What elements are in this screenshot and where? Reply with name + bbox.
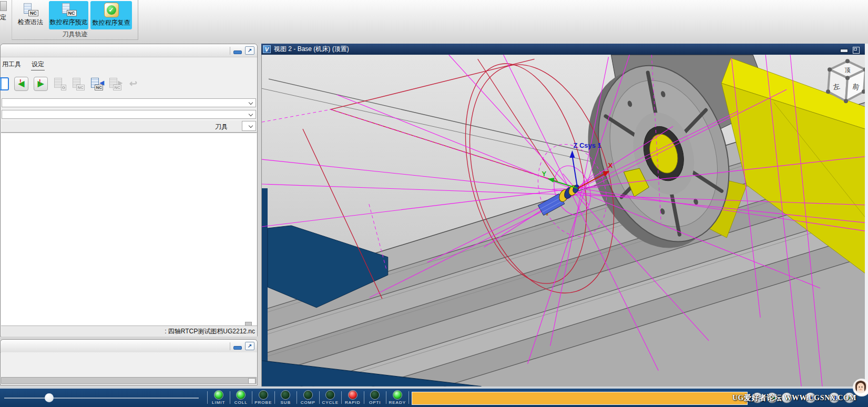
led-ready-light xyxy=(393,390,402,400)
nc-badge: NC xyxy=(67,10,77,16)
ribbon-group-toolpath: NC 检查语法 NC 数控程序预览 ✓ 数控程序复查 刀具轨迹 xyxy=(12,0,138,40)
axis-x-label: X xyxy=(608,161,612,169)
ribbon-group-label: 刀具轨迹 xyxy=(12,30,138,39)
popout-icon: ↗ xyxy=(248,343,252,349)
status-led-strip: LIMIT COLL PROBE SUB COMP CYCLE RAPID OP… xyxy=(207,390,409,406)
nc-preview-label: 数控程序预览 xyxy=(50,18,88,27)
led-comp-light xyxy=(303,390,313,400)
log-panel: ↗ xyxy=(0,339,258,385)
view2-titlebar[interactable]: V 视图 2 - Base (机床) (顶置) xyxy=(261,44,865,55)
led-ready-label: READY xyxy=(389,400,406,405)
vericut-logo-icon: V xyxy=(263,45,271,53)
g-badge: G xyxy=(61,85,66,90)
status-bar: LIMIT COLL PROBE SUB COMP CYCLE RAPID OP… xyxy=(0,389,868,407)
undo-glyph: ↩ xyxy=(129,78,137,89)
led-rapid-label: RAPID xyxy=(345,400,360,405)
avatar-girl-image xyxy=(854,380,867,393)
receive-nc-icon[interactable]: ◀! xyxy=(14,77,28,91)
log-panel-titlebar[interactable]: ↗ xyxy=(1,340,257,353)
nc-file-status: : 四轴RTCP测试图档UG2212.nc xyxy=(1,325,257,337)
panel-minimize-button[interactable] xyxy=(233,50,242,54)
led-comp: COMP xyxy=(297,390,319,406)
tool-combo[interactable] xyxy=(242,121,256,131)
speed-slider-track[interactable] xyxy=(4,398,199,399)
speed-slider-thumb[interactable] xyxy=(45,393,54,402)
logo-letter: V xyxy=(265,46,269,53)
led-ready: READY xyxy=(386,390,409,406)
led-probe-light xyxy=(259,390,268,400)
led-rapid-light xyxy=(348,390,358,400)
led-cycle-label: CYCLE xyxy=(322,400,339,405)
led-rapid: RAPID xyxy=(342,390,364,406)
panel-minimize-button[interactable] xyxy=(233,346,242,350)
check-syntax-button[interactable]: NC 检查语法 xyxy=(14,1,47,29)
led-coll-light xyxy=(236,390,246,400)
view-cube-top-label[interactable]: 顶 xyxy=(845,67,851,73)
panel-popout-button[interactable]: ↗ xyxy=(245,342,254,350)
nc-badge: NC xyxy=(28,10,38,16)
subsystem-combo[interactable] xyxy=(2,110,256,119)
forum-watermark: UG爱好者论坛 WWW.UGSNX.COM xyxy=(732,393,868,403)
view-maximize-button[interactable] xyxy=(853,47,860,54)
led-probe: PROBE xyxy=(252,390,274,406)
led-coll-label: COLL xyxy=(234,400,248,405)
vericut-app: 定 NC 检查语法 NC 数控程序预览 ✓ 数控程 xyxy=(0,0,868,407)
log-content[interactable] xyxy=(1,352,257,378)
undo-icon[interactable]: ↩ xyxy=(127,77,140,90)
titlebar-separator xyxy=(230,47,230,55)
axis-y-label: Y xyxy=(542,170,547,178)
scrollbar-thumb[interactable] xyxy=(248,378,256,384)
chevron-down-icon xyxy=(249,100,253,105)
led-opti-label: OPTI xyxy=(369,400,381,405)
view-minimize-button[interactable] xyxy=(840,49,848,53)
nc-preview-button[interactable]: NC 数控程序预览 xyxy=(49,1,88,29)
nc-review-button[interactable]: ✓ 数控程序复查 xyxy=(90,1,132,29)
led-cycle: CYCLE xyxy=(320,390,342,406)
nc-program-panel-titlebar[interactable]: ↗ xyxy=(1,44,257,57)
send-nc-icon[interactable]: ▶! xyxy=(34,77,48,91)
log-horizontal-scrollbar[interactable] xyxy=(1,377,257,384)
menu-item-tools[interactable]: 用工具 xyxy=(2,59,22,70)
tool-label: 刀具 xyxy=(215,123,228,131)
nc-program-editor[interactable] xyxy=(1,133,257,326)
view2-window: V 视图 2 - Base (机床) (顶置) xyxy=(261,44,865,386)
nc-program-combo[interactable] xyxy=(2,98,256,107)
chevron-down-icon xyxy=(249,112,253,117)
led-limit-label: LIMIT xyxy=(212,400,225,405)
tool-selector-row: 刀具 xyxy=(1,121,257,133)
gcode-file-icon[interactable]: G xyxy=(53,77,66,90)
led-limit-light xyxy=(214,390,223,400)
led-limit: LIMIT xyxy=(208,390,230,406)
nc-export-icon[interactable]: ▶NC xyxy=(108,77,121,90)
clipped-icon xyxy=(0,1,7,11)
panel-toggle-icon[interactable] xyxy=(0,77,9,90)
check-glyph: ✓ xyxy=(107,5,116,15)
nc-document-icon: NC xyxy=(22,3,39,17)
popout-icon: ↗ xyxy=(248,48,252,53)
nc-document-icon: NC xyxy=(60,3,77,17)
led-comp-label: COMP xyxy=(301,400,315,405)
chevron-down-icon xyxy=(249,124,253,128)
led-coll: COLL xyxy=(230,390,252,406)
nc-badge: NC xyxy=(76,85,85,90)
nc-program-panel: ↗ 用工具 设定 ◀! ▶! G NC ◀NC ▶NC ↩ 刀具 : 四轴RTC… xyxy=(0,44,258,337)
nc-import-icon[interactable]: ◀NC xyxy=(90,77,103,90)
clipped-label: 定 xyxy=(0,14,6,21)
led-opti: OPTI xyxy=(364,390,386,406)
green-check-icon: ✓ xyxy=(104,3,119,17)
led-probe-label: PROBE xyxy=(254,400,272,405)
nc-badge: NC xyxy=(113,85,121,90)
led-sub-light xyxy=(281,390,290,400)
panel-toolbar: ◀! ▶! G NC ◀NC ▶NC ↩ xyxy=(1,72,257,96)
panel-popout-button[interactable]: ↗ xyxy=(245,46,254,55)
led-sub: SUB xyxy=(275,390,297,406)
nc-file-icon[interactable]: NC xyxy=(72,77,85,90)
menu-item-settings[interactable]: 设定 xyxy=(31,59,45,70)
led-opti-light xyxy=(370,390,380,400)
led-cycle-light xyxy=(325,390,335,400)
ribbon-clipped-button[interactable]: 定 xyxy=(0,1,8,29)
led-sub-label: SUB xyxy=(281,400,291,405)
nc-badge: NC xyxy=(95,85,103,90)
csys-label: Z Csys 1 xyxy=(573,141,601,149)
machine-3d-scene[interactable]: Z Csys 1 X Y 顶 左 前 xyxy=(261,55,865,386)
